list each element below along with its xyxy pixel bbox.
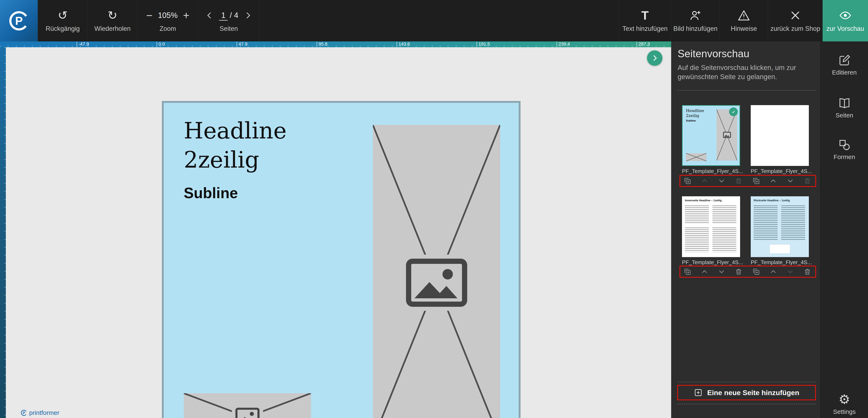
selected-check-badge [729,107,738,116]
delete-page-button[interactable] [804,177,811,185]
page-thumbnail-4[interactable]: Rückseite Headline – 1zeilig [751,196,809,257]
add-image-label: Bild hinzufügen [674,25,718,32]
zoom-control: − 105% + Zoom [137,0,198,41]
zoom-out-button[interactable]: − [146,10,153,21]
undo-button[interactable]: ↺ Rückgängig [38,0,88,41]
page-preview-panel: Seitenvorschau Auf die Seitenvorschau kl… [671,41,820,418]
vertical-ruler [0,47,6,418]
move-page-up-button[interactable] [701,268,708,276]
preview-label: zur Vorschau [827,25,864,32]
zoom-value: 105% [158,11,178,20]
image-placeholder-icon [232,406,263,418]
add-new-page-button[interactable]: Eine neue Seite hinzufügen [678,386,815,399]
ruler-tick: -47.9 [76,42,89,47]
image-placeholder-large[interactable] [373,125,500,418]
thumb4-text-lines [754,205,778,241]
delete-page-button[interactable] [735,268,742,276]
next-page-icon[interactable] [244,11,252,20]
page-thumbnail-1[interactable]: Headline 2zeilig Subline [682,105,740,166]
headline-textbox[interactable]: Headline 2zeilig [184,116,287,175]
eye-icon [839,9,851,22]
move-page-up-button[interactable] [770,177,777,185]
panel-subtitle: Auf die Seitenvorschau klicken, um zur g… [678,63,809,81]
ruler-tick: 191.5 [476,42,490,47]
move-page-down-button[interactable] [786,177,794,185]
add-text-button[interactable]: T Text hinzufügen [619,0,671,41]
subline-textbox[interactable]: Subline [184,185,238,201]
thumb1-headline: Headline 2zeilig [686,108,704,118]
thumbnail-filename: PF_Template_Flyer_4S... [751,259,813,266]
flyer-page[interactable]: Headline 2zeilig Subline [162,101,521,418]
svg-text:P: P [23,411,25,415]
sidebar-item-settings[interactable]: ⚙ Settings [821,393,868,415]
previous-page-icon[interactable] [206,11,214,20]
redo-button[interactable]: ↻ Wiederholen [88,0,137,41]
thumb4-title: Rückseite Headline – 1zeilig [754,199,806,202]
thumbnail-filename: PF_Template_Flyer_4S... [682,168,744,174]
add-image-icon [689,9,702,22]
hints-button[interactable]: Hinweise [720,0,768,41]
horizontal-ruler: -47.9 0.0 47.9 95.8 143.6 191.5 239.4 28… [0,41,671,47]
total-pages: 4 [234,11,238,20]
sidebar-item-label: Editieren [832,69,857,76]
sidebar-item-edit[interactable]: Editieren [821,54,868,76]
divider [678,404,816,404]
move-page-up-button[interactable] [701,177,708,185]
page-navigation: 1 / 4 Seiten [198,0,259,41]
duplicate-page-button[interactable] [684,268,691,276]
thumbnail-4-toolbar [752,268,811,276]
page-thumbnail-2[interactable] [751,105,809,166]
redo-icon: ↻ [108,9,118,22]
zoom-label: Zoom [160,25,176,32]
zoom-in-button[interactable]: + [183,10,189,21]
divider [678,382,816,382]
thumb1-placeholder-large [717,109,737,160]
move-page-up-button[interactable] [770,268,777,276]
image-placeholder-small[interactable] [184,393,311,418]
current-page-input[interactable]: 1 [219,11,228,21]
page-separator: / [230,11,232,20]
add-page-label: Eine neue Seite hinzufügen [707,389,799,397]
add-image-button[interactable]: Bild hinzufügen [671,0,720,41]
thumb3-text-lines [712,228,736,252]
move-page-down-button[interactable] [718,177,725,185]
ruler-tick: 143.6 [397,42,410,47]
redo-label: Wiederholen [94,25,131,32]
sidebar-item-label: Formen [834,153,855,160]
toolbar: P ↺ Rückgängig ↻ Wiederholen − 105% + Zo… [0,0,868,41]
warning-icon [738,9,750,22]
thumbnail-filename: PF_Template_Flyer_4S... [682,259,744,266]
back-to-shop-label: zurück zum Shop [770,25,820,32]
move-page-down-button[interactable] [718,268,725,276]
chevron-right-icon [651,54,658,62]
ruler-tick: 287.3 [637,42,650,47]
thumb4-text-lines [781,205,805,241]
add-page-icon [694,388,703,397]
ruler-tick: 239.4 [557,42,570,47]
duplicate-page-button[interactable] [752,177,760,185]
printformer-watermark-text: printformer [29,409,59,416]
page-thumbnail-3[interactable]: Innenseite Headline – 1zeilig [682,196,740,257]
app-root: P ↺ Rückgängig ↻ Wiederholen − 105% + Zo… [0,0,868,418]
sidebar-item-shapes[interactable]: Formen [821,139,868,160]
add-text-icon: T [641,9,649,22]
image-placeholder-icon [401,255,472,311]
panel-title: Seitenvorschau [678,48,749,60]
design-canvas[interactable]: Headline 2zeilig Subline [6,47,671,418]
preview-button[interactable]: zur Vorschau [823,0,868,41]
canvas-next-page-button[interactable] [647,51,662,66]
sidebar-item-pages[interactable]: Seiten [821,97,868,119]
flyer-page-content: Headline 2zeilig Subline [164,103,519,418]
shapes-icon [838,139,850,151]
thumb3-title: Innenseite Headline – 1zeilig [685,199,737,202]
pages-label: Seiten [220,25,238,32]
duplicate-page-button[interactable] [752,268,760,276]
close-icon [789,9,802,22]
printformer-logo[interactable]: P [0,0,38,41]
delete-page-button[interactable] [735,177,742,185]
thumb3-text-lines [685,205,709,224]
back-to-shop-button[interactable]: zurück zum Shop [768,0,823,41]
delete-page-button[interactable] [804,268,811,276]
duplicate-page-button[interactable] [684,177,691,185]
move-page-down-button[interactable] [786,268,794,276]
